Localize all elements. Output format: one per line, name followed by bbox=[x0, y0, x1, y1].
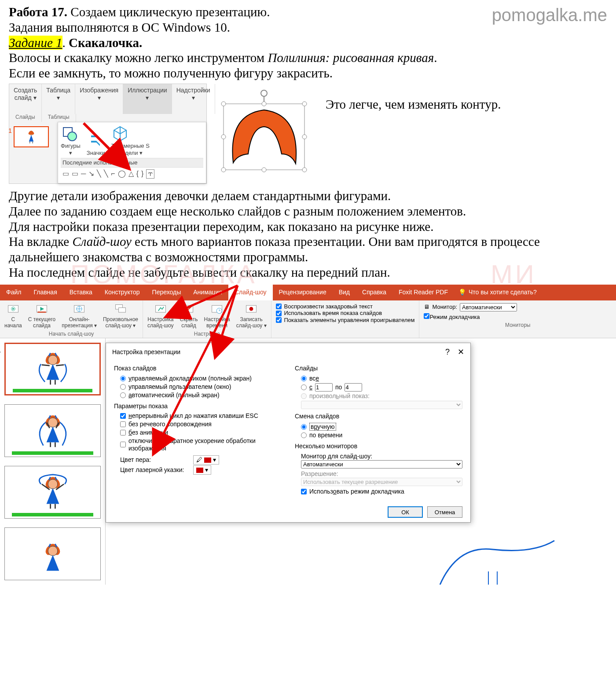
lightbulb-icon: 💡 bbox=[458, 289, 466, 296]
svg-point-51 bbox=[48, 546, 58, 556]
monitor-for-show[interactable]: Автоматически bbox=[301, 460, 462, 468]
radio-from[interactable]: с bbox=[301, 384, 312, 391]
monitor-select[interactable]: Автоматически bbox=[460, 303, 517, 311]
ok-button[interactable]: ОК bbox=[388, 506, 423, 518]
slide-thumb-1[interactable]: 1 bbox=[4, 343, 101, 395]
chk-presenter-dialog[interactable]: Использовать режим докладчика bbox=[301, 488, 462, 495]
chk-timings[interactable]: Использовать время показа слайдов bbox=[276, 310, 415, 317]
svg-point-16 bbox=[262, 168, 266, 172]
radio-user[interactable]: управляемый пользователем (окно) bbox=[120, 383, 282, 391]
ribbon-btn-addins[interactable]: Надстройки ▾ bbox=[172, 84, 215, 114]
laser-color-picker[interactable]: ▾ bbox=[193, 465, 211, 475]
svg-point-33 bbox=[48, 355, 58, 365]
svg-rect-25 bbox=[119, 307, 126, 312]
slides-range-label: Слайды bbox=[295, 365, 462, 372]
btn-online[interactable]: Онлайн- презентация ▾ bbox=[62, 303, 97, 329]
tab-foxit[interactable]: Foxit Reader PDF bbox=[392, 285, 454, 300]
tab-view[interactable]: Вид bbox=[333, 285, 356, 300]
chk-media-controls[interactable]: Показать элементы управления проигрывате… bbox=[276, 317, 415, 324]
drop-shapes[interactable]: Фигуры▾ bbox=[61, 125, 81, 156]
group-tables: Таблицы bbox=[42, 114, 76, 122]
radio-presenter[interactable]: управляемый докладчиком (полный экран) bbox=[120, 375, 282, 382]
chk-presenter-view[interactable]: Режим докладчика bbox=[424, 313, 480, 321]
recent-shapes[interactable]: ▭▭─↘╲╲⌐◯△{} ⥾ bbox=[61, 168, 203, 180]
slide-panel: 1 2 bbox=[0, 338, 106, 585]
tab-animation[interactable]: Анимация bbox=[187, 285, 228, 300]
close-icon[interactable]: ✕ bbox=[458, 348, 464, 357]
mon-for-label: Монитор для слайд-шоу: bbox=[301, 453, 462, 460]
cancel-button[interactable]: Отмена bbox=[427, 506, 462, 518]
radio-manual[interactable]: вручную bbox=[301, 423, 462, 431]
radio-all[interactable]: все bbox=[301, 375, 462, 382]
radio-timings[interactable]: по времени bbox=[301, 432, 462, 439]
chk-disable-hw[interactable]: отключить аппаратное ускорение обработки… bbox=[120, 437, 282, 452]
svg-line-36 bbox=[56, 365, 64, 366]
recent-shapes-header: Последние использованные bbox=[61, 158, 203, 168]
radio-custom-show[interactable]: произвольный показ: bbox=[301, 392, 462, 400]
spin-to[interactable] bbox=[345, 383, 362, 392]
shapes-dropdown: Фигуры▾ Значки Трехмерные bbox=[58, 122, 206, 183]
tab-design[interactable]: Конструктор bbox=[99, 285, 146, 300]
tab-review[interactable]: Рецензирование bbox=[273, 285, 333, 300]
tab-file[interactable]: Файл bbox=[0, 285, 27, 300]
scribble-icon bbox=[431, 536, 563, 585]
help-icon[interactable]: ? bbox=[445, 348, 450, 357]
slide-thumb-3[interactable]: 3 bbox=[4, 466, 101, 519]
slide-thumbnail[interactable]: 1 bbox=[14, 126, 49, 147]
ribbon-btn-illustrations[interactable]: Иллюстрации ▾ bbox=[123, 84, 172, 114]
svg-marker-34 bbox=[46, 364, 59, 380]
chk-no-animation[interactable]: без анимации bbox=[120, 429, 282, 436]
tab-insert[interactable]: Вставка bbox=[63, 285, 99, 300]
slide-thumb-2[interactable]: 2 bbox=[4, 404, 101, 457]
tell-me[interactable]: 💡 Что вы хотите сделать? bbox=[458, 289, 537, 296]
svg-marker-52 bbox=[46, 555, 59, 571]
show-options-label: Параметры показа bbox=[114, 403, 282, 410]
intro-text: Работа 17. Создаем циклическую презентац… bbox=[9, 4, 270, 50]
app-body: 1 2 bbox=[0, 338, 616, 585]
btn-setup-show[interactable]: Настройка слайд-шоу bbox=[147, 303, 174, 329]
girl-icon bbox=[33, 410, 73, 451]
spin-from[interactable] bbox=[315, 383, 333, 392]
tab-home[interactable]: Главная bbox=[27, 285, 63, 300]
radio-kiosk[interactable]: автоматический (полный экран) bbox=[120, 392, 282, 399]
svg-rect-26 bbox=[155, 305, 165, 312]
drop-3d[interactable]: Трехмерные S модели ▾ bbox=[111, 125, 150, 156]
pen-color-picker[interactable]: 🖊 ▾ bbox=[193, 455, 219, 465]
btn-from-beginning[interactable]: С начала bbox=[4, 303, 22, 329]
btn-rehearse[interactable]: Настройка времени bbox=[204, 303, 230, 329]
custom-show-select bbox=[301, 401, 462, 409]
svg-point-13 bbox=[221, 135, 226, 139]
chk-no-narration[interactable]: без речевого сопровождения bbox=[120, 421, 282, 428]
cube-icon bbox=[111, 125, 129, 143]
drop-icons[interactable]: Значки bbox=[87, 132, 105, 157]
btn-record[interactable]: Записать слайд-шоу ▾ bbox=[236, 303, 267, 329]
svg-point-12 bbox=[302, 102, 307, 106]
tab-transitions[interactable]: Переходы bbox=[146, 285, 187, 300]
dialog-title: Настройка презентации bbox=[112, 348, 180, 356]
document-body: Работа 17. Создаем циклическую презентац… bbox=[0, 0, 616, 280]
setup-show-dialog: Настройка презентации ? ✕ Показ слайдов … bbox=[106, 343, 471, 523]
ribbon-btn-table[interactable]: Таблица ▾ bbox=[42, 84, 75, 114]
group-label: Настройка bbox=[147, 331, 266, 337]
tab-slideshow[interactable]: Слайд-шоу bbox=[228, 285, 273, 300]
chk-narration[interactable]: Воспроизвести закадровый текст bbox=[276, 303, 415, 310]
svg-point-17 bbox=[302, 168, 307, 172]
work-label: Работа 17. bbox=[9, 5, 67, 19]
screenshot1-row: Создать слайд ▾ Таблица ▾ Изображения ▾ … bbox=[9, 84, 607, 184]
tab-help[interactable]: Справка bbox=[356, 285, 392, 300]
group-label: Начать слайд-шоу bbox=[4, 331, 138, 337]
btn-hide-slide[interactable]: Скрыть слайд bbox=[180, 303, 198, 329]
girl-icon bbox=[33, 538, 73, 580]
btn-custom[interactable]: Произвольное слайд-шоу ▾ bbox=[103, 303, 138, 329]
group-slides: Слайды bbox=[9, 114, 42, 122]
task1-label: Задание 1 bbox=[9, 36, 62, 50]
slide-thumb-4[interactable]: 4 bbox=[4, 527, 101, 580]
ribbon-btn-newslide[interactable]: Создать слайд ▾ bbox=[9, 84, 42, 114]
chk-loop[interactable]: непрерывный цикл до нажатия клавиши ESC bbox=[120, 412, 282, 420]
ribbon-tabs: Файл Главная Вставка Конструктор Переход… bbox=[0, 285, 616, 300]
laser-color-label: Цвет лазерной указки: bbox=[120, 466, 191, 474]
line2: Задания выполняются в ОС Windows 10. bbox=[9, 20, 230, 34]
para1: Волосы и скакалку можно легко инструмент… bbox=[9, 50, 607, 81]
btn-from-current[interactable]: С текущего слайда bbox=[28, 303, 56, 329]
ribbon-btn-images[interactable]: Изображения ▾ bbox=[75, 84, 123, 114]
